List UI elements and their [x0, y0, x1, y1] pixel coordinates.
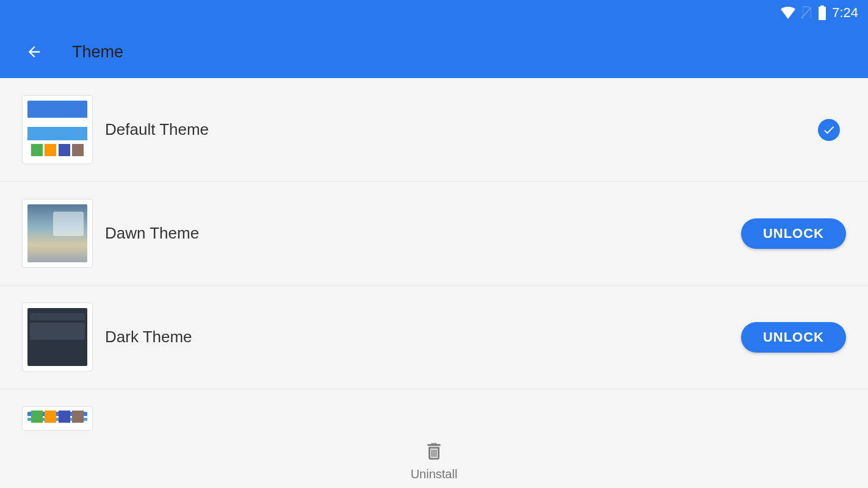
- theme-name-label: Default Theme: [105, 120, 818, 139]
- theme-row-dawn[interactable]: Dawn Theme UNLOCK: [0, 182, 868, 285]
- wifi-icon: [781, 7, 795, 19]
- status-bar: 7:24: [0, 0, 868, 26]
- uninstall-button[interactable]: [423, 440, 445, 465]
- app-bar: Theme: [0, 26, 868, 78]
- theme-name-label: Dawn Theme: [105, 224, 741, 243]
- theme-thumbnail-dawn: [22, 199, 93, 268]
- theme-row-default[interactable]: Default Theme: [0, 78, 868, 182]
- bottom-bar: Uninstall: [0, 433, 868, 488]
- svg-rect-1: [432, 450, 433, 457]
- svg-rect-3: [435, 450, 436, 457]
- back-button[interactable]: [20, 37, 49, 66]
- trash-icon: [423, 440, 445, 462]
- page-title: Theme: [72, 43, 123, 62]
- no-sim-icon: [800, 6, 812, 20]
- theme-thumbnail-partial: [22, 406, 93, 431]
- theme-thumbnail-default: [22, 95, 93, 164]
- battery-icon: [817, 5, 827, 20]
- theme-name-label: Dark Theme: [105, 328, 741, 346]
- arrow-back-icon: [26, 43, 43, 60]
- svg-rect-2: [433, 450, 435, 457]
- theme-thumbnail-dark: [22, 303, 93, 371]
- theme-list: Default Theme Dawn Theme UNLOCK Dark The…: [0, 78, 868, 431]
- theme-row-partial[interactable]: [0, 389, 868, 431]
- unlock-button-dawn[interactable]: UNLOCK: [741, 218, 846, 249]
- theme-row-dark[interactable]: Dark Theme UNLOCK: [0, 285, 868, 389]
- unlock-button-dark[interactable]: UNLOCK: [741, 322, 846, 353]
- checkmark-icon: [822, 123, 836, 137]
- selected-check-icon: [818, 119, 840, 141]
- status-time: 7:24: [832, 5, 858, 21]
- uninstall-label: Uninstall: [411, 467, 458, 481]
